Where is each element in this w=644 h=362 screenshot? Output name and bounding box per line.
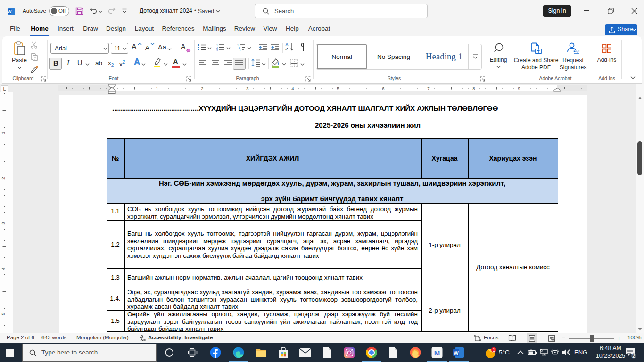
svg-text:3: 3 [246, 86, 248, 91]
svg-text:1: 1 [493, 347, 495, 353]
svg-text:6: 6 [382, 86, 384, 91]
svg-text:9: 9 [518, 86, 520, 91]
svg-text:W: W [454, 350, 459, 356]
svg-text:4: 4 [0, 267, 6, 270]
svg-text:2: 2 [0, 177, 6, 179]
svg-text:3: 3 [0, 222, 6, 224]
svg-text:W: W [8, 9, 12, 14]
svg-text:5: 5 [0, 313, 6, 315]
svg-text:2: 2 [632, 353, 635, 359]
svg-text:4: 4 [291, 86, 294, 91]
svg-text:i: i [240, 49, 240, 52]
svg-text:7: 7 [427, 86, 429, 91]
svg-text:8: 8 [472, 86, 475, 91]
svg-text:M: M [434, 349, 440, 357]
svg-text:1: 1 [156, 86, 158, 91]
svg-text:3: 3 [216, 49, 218, 52]
svg-text:5: 5 [337, 86, 339, 91]
svg-text:2: 2 [201, 86, 203, 91]
svg-text:1: 1 [0, 132, 6, 134]
